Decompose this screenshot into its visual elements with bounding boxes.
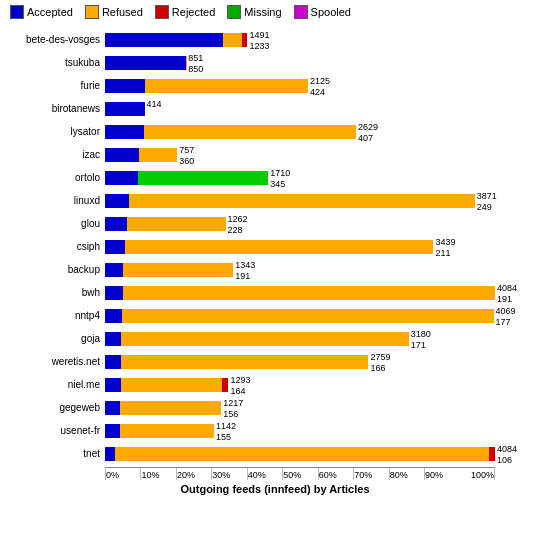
x-tick: 10% [140, 468, 175, 480]
bar-segment [105, 332, 121, 346]
chart-container: AcceptedRefusedRejectedMissingSpooled be… [0, 0, 550, 555]
bar-segment [105, 171, 138, 185]
x-axis-title: Outgoing feeds (innfeed) by Articles [0, 483, 550, 495]
row-label: goja [5, 328, 100, 350]
bar-container: 1343191 [105, 259, 495, 281]
bar-value-label: 4069177 [496, 306, 516, 328]
legend-color-rejected [155, 5, 169, 19]
bar-segment [125, 240, 433, 254]
bar-container: 14911233 [105, 29, 495, 51]
bar-segment [127, 217, 226, 231]
bar-segment [120, 424, 214, 438]
bar-container: 4069177 [105, 305, 495, 327]
row-label: nntp4 [5, 305, 100, 327]
legend-item-spooled: Spooled [294, 5, 351, 19]
row-label: glou [5, 213, 100, 235]
bar-value-label: 851850 [188, 53, 203, 75]
x-tick: 0% [105, 468, 140, 480]
legend-color-spooled [294, 5, 308, 19]
bar-row: bete-des-vosges14911233 [105, 29, 495, 51]
bar-segment [123, 286, 495, 300]
legend-label: Accepted [27, 6, 73, 18]
legend-color-refused [85, 5, 99, 19]
bar-segment [144, 125, 356, 139]
bar-row: birotanews414 [105, 98, 495, 120]
bar-container: 3180171 [105, 328, 495, 350]
row-label: ortolo [5, 167, 100, 189]
bar-row: niel.me1293164 [105, 374, 495, 396]
bar-segment [242, 33, 248, 47]
bar-row: goja3180171 [105, 328, 495, 350]
bar-container: 2125424 [105, 75, 495, 97]
bar-value-label: 2125424 [310, 76, 330, 98]
legend-label: Spooled [311, 6, 351, 18]
row-label: linuxd [5, 190, 100, 212]
x-tick: 50% [282, 468, 317, 480]
bar-value-label: 1262228 [228, 214, 248, 236]
row-label: niel.me [5, 374, 100, 396]
bar-segment [105, 286, 123, 300]
bar-value-label: 414 [147, 99, 162, 110]
bar-segment [121, 378, 223, 392]
bar-value-label: 3439211 [435, 237, 455, 259]
row-label: furie [5, 75, 100, 97]
bar-segment [105, 125, 144, 139]
bar-segment [138, 171, 268, 185]
bar-segment [105, 309, 122, 323]
bar-value-label: 3180171 [411, 329, 431, 351]
bar-row: weretis.net2759166 [105, 351, 495, 373]
row-label: tnet [5, 443, 100, 465]
bar-container: 1142155 [105, 420, 495, 442]
bar-row: usenet-fr1142155 [105, 420, 495, 442]
bar-value-label: 757360 [179, 145, 194, 167]
bar-segment [105, 217, 127, 231]
bar-container: 4084191 [105, 282, 495, 304]
bar-container: 1217156 [105, 397, 495, 419]
bar-row: bwh4084191 [105, 282, 495, 304]
x-tick: 20% [176, 468, 211, 480]
bar-segment [222, 378, 228, 392]
row-label: csiph [5, 236, 100, 258]
legend-item-missing: Missing [227, 5, 281, 19]
bar-row: furie2125424 [105, 75, 495, 97]
x-tick: 80% [389, 468, 424, 480]
x-tick: 40% [247, 468, 282, 480]
bar-value-label: 1217156 [223, 398, 243, 420]
bar-segment [121, 332, 408, 346]
legend-color-missing [227, 5, 241, 19]
bar-container: 851850 [105, 52, 495, 74]
legend-color-accepted [10, 5, 24, 19]
row-label: backup [5, 259, 100, 281]
bar-value-label: 2629407 [358, 122, 378, 144]
bar-row: linuxd3871249 [105, 190, 495, 212]
bar-container: 757360 [105, 144, 495, 166]
bar-container: 3871249 [105, 190, 495, 212]
bar-row: tsukuba851850 [105, 52, 495, 74]
row-label: birotanews [5, 98, 100, 120]
chart-wrapper: bete-des-vosges14911233tsukuba851850furi… [0, 24, 550, 495]
bar-segment [105, 447, 115, 461]
bar-row: gegeweb1217156 [105, 397, 495, 419]
bar-container: 1293164 [105, 374, 495, 396]
bar-value-label: 1710345 [270, 168, 290, 190]
bar-segment [105, 401, 120, 415]
bar-value-label: 1142155 [216, 421, 236, 443]
bar-value-label: 14911233 [249, 30, 269, 52]
bar-value-label: 1343191 [235, 260, 255, 282]
x-tick: 70% [353, 468, 388, 480]
bar-container: 2629407 [105, 121, 495, 143]
bar-segment [105, 33, 223, 47]
bar-container: 1262228 [105, 213, 495, 235]
bar-row: ortolo1710345 [105, 167, 495, 189]
bar-segment [223, 33, 242, 47]
bar-segment [105, 194, 129, 208]
bar-row: glou1262228 [105, 213, 495, 235]
x-tick: 60% [318, 468, 353, 480]
bar-segment [145, 79, 307, 93]
bar-container: 414 [105, 98, 495, 120]
bar-value-label: 2759166 [370, 352, 390, 374]
legend-item-accepted: Accepted [10, 5, 73, 19]
row-label: weretis.net [5, 351, 100, 373]
x-tick: 90% [424, 468, 459, 480]
bar-segment [105, 240, 125, 254]
